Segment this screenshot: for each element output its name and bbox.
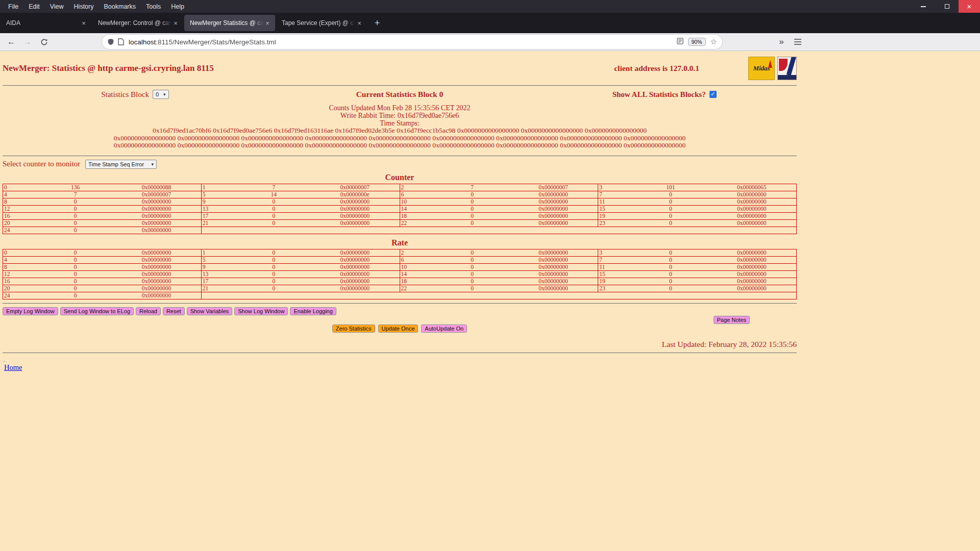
stat-value: 0 — [237, 198, 310, 205]
button-show-log-window[interactable]: Show Log Window — [234, 307, 288, 315]
stat-cell: 1000x00000000 — [400, 263, 598, 270]
reload-button[interactable] — [37, 35, 51, 49]
notes-row: Page Notes — [3, 316, 797, 324]
stat-hex: 0x00000000 — [509, 206, 598, 212]
menu-item-file[interactable]: File — [3, 0, 23, 13]
show-all-checkbox[interactable]: ✓ — [709, 91, 717, 98]
stat-hex: 0x00000007 — [112, 191, 201, 198]
close-button[interactable]: × — [959, 0, 980, 13]
stat-hex: 0x00000000 — [707, 206, 796, 212]
stat-value: 14 — [237, 191, 310, 198]
write-rabbit-time: Write Rabbit Time: 0x16d7f9ed0ae756e6 — [3, 112, 797, 119]
home-link[interactable]: Home — [4, 363, 22, 371]
counter-select[interactable]: Time Stamp Seq Error▾ — [85, 160, 157, 169]
tab-close-icon[interactable]: × — [355, 19, 363, 27]
stat-value: 0 — [435, 271, 508, 278]
minimize-button[interactable] — [912, 0, 935, 13]
bookmark-star-icon[interactable]: ☆ — [710, 37, 717, 46]
stat-index: 18 — [400, 213, 436, 219]
stat-cell: 1400x00000000 — [400, 205, 598, 212]
page-info-icon[interactable] — [118, 38, 124, 45]
app-menu-button[interactable] — [791, 35, 805, 49]
time-stamp-line: 0x0000000000000000 0x0000000000000000 0x… — [3, 135, 797, 142]
button-empty-log-window[interactable]: Empty Log Window — [3, 307, 58, 315]
overflow-menu-button[interactable]: » — [774, 35, 789, 49]
stat-hex: 0x00000000 — [112, 278, 201, 285]
button-show-variables[interactable]: Show Variables — [187, 307, 233, 315]
url-domain: localhost — [129, 38, 156, 46]
stat-cell: 1600x00000000 — [3, 278, 202, 285]
stats-block-select[interactable]: 0▾ — [153, 90, 169, 99]
menu-item-history[interactable]: History — [69, 0, 99, 13]
back-button[interactable]: ← — [4, 35, 18, 49]
divider — [3, 85, 797, 86]
tracking-protection-icon[interactable] — [107, 38, 114, 45]
log-buttons-row: Empty Log WindowSend Log Window to ELogR… — [3, 307, 797, 315]
stat-cell: 1900x00000000 — [598, 212, 797, 219]
new-tab-button[interactable]: + — [370, 15, 385, 31]
stat-value: 0 — [634, 220, 707, 227]
stat-index: 22 — [400, 220, 436, 227]
stat-index: 17 — [202, 278, 237, 285]
tab-aida[interactable]: AIDA× — [1, 15, 91, 31]
rate-title: Rate — [3, 238, 797, 247]
stat-index: 7 — [598, 257, 634, 263]
button-zero-statistics[interactable]: Zero Statistics — [332, 324, 375, 333]
menu-bar-items: FileEditViewHistoryBookmarksToolsHelp — [0, 0, 189, 13]
stat-hex: 0x00000000 — [112, 213, 201, 219]
stat-row: 400x00000000500x00000000600x00000000700x… — [3, 256, 797, 263]
button-autoupdate-on[interactable]: AutoUpdate On — [421, 324, 467, 333]
stat-row: 2000x000000002100x000000002200x000000002… — [3, 219, 797, 227]
stat-cell: 1500x00000000 — [598, 270, 797, 278]
close-icon: × — [967, 2, 972, 11]
tab-newmerger-statistics-carme[interactable]: NewMerger Statistics @ carme× — [184, 15, 275, 31]
stat-cell: 800x00000000 — [3, 198, 202, 205]
stat-hex: 0x00000000 — [707, 213, 796, 219]
tab-newmerger-control-carme[interactable]: NewMerger: Control @ carme× — [92, 15, 183, 31]
client-address: client address is 127.0.0.1 — [614, 64, 699, 73]
stat-cell: 2000x00000000 — [3, 219, 202, 227]
tab-close-icon[interactable]: × — [80, 19, 88, 27]
stat-cell: 1200x00000000 — [3, 270, 202, 278]
menu-item-edit[interactable]: Edit — [23, 0, 45, 13]
stat-hex: 0x00000000 — [509, 249, 598, 256]
stat-index: 12 — [3, 271, 39, 278]
stat-value: 0 — [435, 220, 508, 227]
tab-close-icon[interactable]: × — [172, 19, 180, 27]
chevron-down-icon: ▾ — [163, 92, 166, 97]
page-notes-button[interactable]: Page Notes — [714, 316, 750, 324]
tab-close-icon[interactable]: × — [263, 19, 272, 27]
stat-index: 0 — [3, 184, 39, 191]
button-enable-logging[interactable]: Enable Logging — [290, 307, 336, 315]
tab-tape-service-expert-carme[interactable]: Tape Service (Expert) @ carme× — [276, 15, 367, 31]
stat-cell: 1700x00000000 — [201, 212, 400, 219]
button-reset[interactable]: Reset — [163, 307, 185, 315]
button-update-once[interactable]: Update Once — [378, 324, 419, 333]
url-bar[interactable]: localhost:8115/NewMerger/Stats/MergeStat… — [102, 35, 722, 49]
button-send-log-window-to-elog[interactable]: Send Log Window to ELog — [60, 307, 134, 315]
button-reload[interactable]: Reload — [136, 307, 161, 315]
stat-index: 18 — [400, 278, 436, 285]
stat-index: 6 — [400, 257, 436, 263]
stat-hex: 0x00000000 — [112, 264, 201, 270]
menu-item-help[interactable]: Help — [166, 0, 189, 13]
stat-hex: 0x00000000 — [112, 257, 201, 263]
menu-item-view[interactable]: View — [45, 0, 69, 13]
window-controls: × — [912, 0, 980, 13]
maximize-button[interactable] — [935, 0, 959, 13]
stat-hex: 0x00000000 — [310, 198, 399, 205]
menu-item-tools[interactable]: Tools — [141, 0, 166, 13]
stat-value: 0 — [237, 249, 310, 256]
menu-item-bookmarks[interactable]: Bookmarks — [99, 0, 141, 13]
stat-value: 0 — [634, 264, 707, 270]
stat-index: 23 — [598, 285, 634, 292]
stat-cell: 2100x00000000 — [201, 219, 400, 227]
forward-button[interactable]: → — [20, 35, 35, 49]
tab-title: NewMerger: Control @ carme — [98, 19, 172, 27]
stat-value: 0 — [237, 257, 310, 263]
reader-mode-icon[interactable] — [677, 37, 683, 46]
stat-value: 0 — [435, 264, 508, 270]
stat-cell: 800x00000000 — [3, 263, 202, 270]
zoom-indicator[interactable]: 90% — [688, 38, 706, 46]
midas-logo: Midas — [748, 57, 775, 80]
